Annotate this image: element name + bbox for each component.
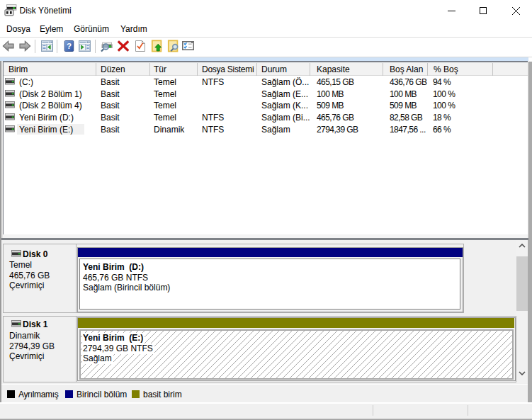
svg-text:?: ? <box>66 42 71 50</box>
